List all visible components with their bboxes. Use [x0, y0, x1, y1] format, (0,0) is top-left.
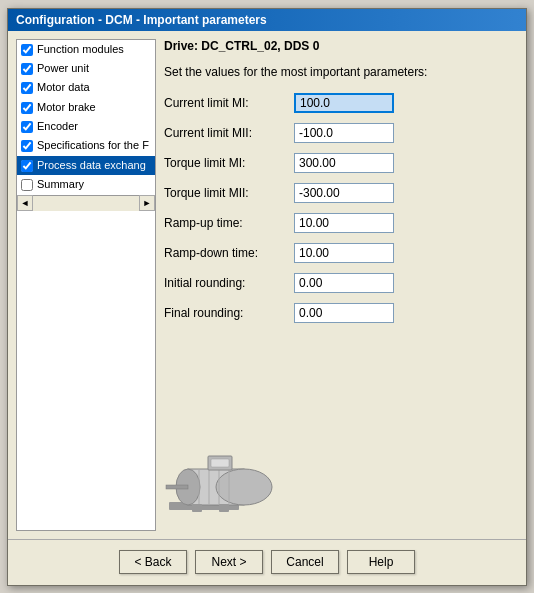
sidebar-item-label-2: Motor data — [37, 80, 151, 95]
sidebar-checkbox-3[interactable] — [21, 102, 33, 114]
form-container: Current limit MI:Current limit MII:Torqu… — [164, 93, 518, 333]
initial-rounding-input[interactable] — [294, 273, 394, 293]
sidebar-item-0[interactable]: Function modules — [17, 40, 155, 59]
sidebar-item-4[interactable]: Encoder — [17, 117, 155, 136]
torque-limit-mi-label: Torque limit MI: — [164, 156, 294, 170]
torque-limit-mi-input[interactable] — [294, 153, 394, 173]
sidebar-scroll-right[interactable]: ► — [139, 195, 155, 211]
current-limit-mi-label: Current limit MI: — [164, 96, 294, 110]
ramp-down-time-input[interactable] — [294, 243, 394, 263]
main-window: Configuration - DCM - Important paramete… — [7, 8, 527, 586]
sidebar-item-1[interactable]: Power unit — [17, 59, 155, 78]
sidebar-item-7[interactable]: Summary — [17, 175, 155, 194]
sidebar-item-label-7: Summary — [37, 177, 151, 192]
ramp-up-time-input[interactable] — [294, 213, 394, 233]
form-row-current-limit-mii: Current limit MII: — [164, 123, 518, 143]
help-button[interactable]: Help — [347, 550, 415, 574]
initial-rounding-label: Initial rounding: — [164, 276, 294, 290]
svg-rect-12 — [192, 504, 202, 512]
sidebar-item-label-0: Function modules — [37, 42, 151, 57]
svg-point-3 — [216, 469, 272, 505]
sidebar-checkbox-4[interactable] — [21, 121, 33, 133]
image-area — [164, 333, 518, 531]
sidebar-item-label-4: Encoder — [37, 119, 151, 134]
sidebar-item-label-3: Motor brake — [37, 100, 151, 115]
sidebar-scroll-left[interactable]: ◄ — [17, 195, 33, 211]
next-button[interactable]: Next > — [195, 550, 263, 574]
current-limit-mii-label: Current limit MII: — [164, 126, 294, 140]
title-bar: Configuration - DCM - Important paramete… — [8, 9, 526, 31]
svg-rect-5 — [166, 485, 188, 489]
sidebar-item-3[interactable]: Motor brake — [17, 98, 155, 117]
sidebar-item-6[interactable]: Process data exchang — [17, 156, 155, 175]
sidebar-checkbox-6[interactable] — [21, 160, 33, 172]
current-limit-mii-input[interactable] — [294, 123, 394, 143]
drive-label: Drive: DC_CTRL_02, DDS 0 — [164, 39, 518, 53]
footer: < Back Next > Cancel Help — [8, 539, 526, 585]
sidebar-checkbox-1[interactable] — [21, 63, 33, 75]
sidebar-item-label-5: Specifications for the F — [37, 138, 151, 153]
torque-limit-mii-label: Torque limit MII: — [164, 186, 294, 200]
torque-limit-mii-input[interactable] — [294, 183, 394, 203]
sidebar-item-2[interactable]: Motor data — [17, 78, 155, 97]
svg-rect-13 — [219, 504, 229, 512]
form-row-ramp-up-time: Ramp-up time: — [164, 213, 518, 233]
sidebar-checkbox-2[interactable] — [21, 82, 33, 94]
motor-image — [164, 442, 274, 527]
form-row-ramp-down-time: Ramp-down time: — [164, 243, 518, 263]
form-row-initial-rounding: Initial rounding: — [164, 273, 518, 293]
current-limit-mi-input[interactable] — [294, 93, 394, 113]
form-row-torque-limit-mii: Torque limit MII: — [164, 183, 518, 203]
sidebar: Function modulesPower unitMotor dataMoto… — [16, 39, 156, 531]
sidebar-checkbox-7[interactable] — [21, 179, 33, 191]
main-area: Drive: DC_CTRL_02, DDS 0 Set the values … — [164, 39, 518, 531]
ramp-down-time-label: Ramp-down time: — [164, 246, 294, 260]
sidebar-item-label-6: Process data exchang — [37, 158, 151, 173]
back-button[interactable]: < Back — [119, 550, 187, 574]
cancel-button[interactable]: Cancel — [271, 550, 339, 574]
form-row-torque-limit-mi: Torque limit MI: — [164, 153, 518, 173]
sidebar-checkbox-0[interactable] — [21, 44, 33, 56]
window-title: Configuration - DCM - Important paramete… — [16, 13, 267, 27]
sidebar-bottom: ◄ ► — [17, 195, 155, 211]
sidebar-item-label-1: Power unit — [37, 61, 151, 76]
svg-rect-11 — [211, 459, 229, 467]
ramp-up-time-label: Ramp-up time: — [164, 216, 294, 230]
instructions: Set the values for the most important pa… — [164, 65, 518, 79]
form-row-final-rounding: Final rounding: — [164, 303, 518, 323]
sidebar-scroll-track — [33, 199, 139, 207]
final-rounding-input[interactable] — [294, 303, 394, 323]
sidebar-item-5[interactable]: Specifications for the F — [17, 136, 155, 155]
form-row-current-limit-mi: Current limit MI: — [164, 93, 518, 113]
sidebar-checkbox-5[interactable] — [21, 140, 33, 152]
final-rounding-label: Final rounding: — [164, 306, 294, 320]
